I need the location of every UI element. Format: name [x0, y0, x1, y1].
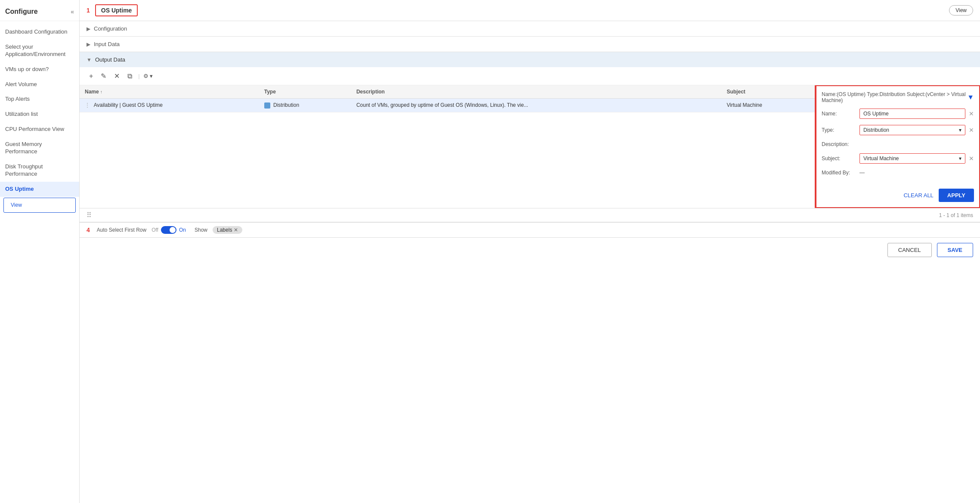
- table-row[interactable]: ⋮ Availability | Guest OS Uptime Distrib…: [80, 99, 815, 112]
- data-table: Name ↑ Type Description Subject: [80, 85, 815, 112]
- footer-bar: 4 Auto Select First Row Off On Show Labe…: [80, 222, 980, 237]
- settings-icon: ⚙: [143, 73, 148, 79]
- filter-subject-clear[interactable]: ✕: [969, 155, 974, 162]
- toolbar-separator: |: [138, 73, 139, 79]
- collapse-button[interactable]: «: [71, 8, 74, 15]
- page-header: 1 OS Uptime View: [80, 0, 980, 21]
- filter-header: Name:(OS Uptime) Type:Distribution Subje…: [822, 91, 974, 103]
- filter-name-label: Name:: [822, 111, 856, 117]
- filter-panel-outer: Name:(OS Uptime) Type:Distribution Subje…: [815, 85, 980, 208]
- copy-button[interactable]: ⧉: [125, 71, 135, 81]
- cancel-button[interactable]: CANCEL: [887, 243, 932, 257]
- table-container: Name ↑ Type Description Subject: [80, 85, 980, 208]
- sort-asc-icon: ↑: [100, 90, 102, 94]
- configuration-label: Configuration: [94, 25, 127, 32]
- sidebar-item-top-alerts[interactable]: Top Alerts: [0, 92, 79, 107]
- filter-type-clear[interactable]: ✕: [969, 127, 974, 134]
- sidebar-item-vms-up-down[interactable]: VMs up or down?: [0, 62, 79, 77]
- filter-subject-select[interactable]: Virtual Machine ▾: [859, 153, 965, 164]
- clear-all-button[interactable]: CLEAR ALL: [903, 192, 933, 199]
- sidebar-item-utilization-list[interactable]: Utilization list: [0, 107, 79, 122]
- off-label: Off: [151, 227, 158, 233]
- sidebar-item-dashboard-config[interactable]: Dashboard Configuration: [0, 25, 79, 40]
- col-type: Type: [259, 85, 351, 99]
- col-name: Name ↑: [80, 85, 259, 99]
- delete-button[interactable]: ✕: [111, 71, 122, 81]
- toolbar: + ✎ ✕ ⧉ | ⚙ ▾: [80, 67, 980, 85]
- sidebar-item-disk-throughput[interactable]: Disk Troughput Performance: [0, 159, 79, 182]
- data-table-wrap: Name ↑ Type Description Subject: [80, 85, 815, 208]
- filter-type-select[interactable]: Distribution ▾: [859, 125, 965, 135]
- edit-button[interactable]: ✎: [98, 71, 109, 81]
- sidebar-item-select-env[interactable]: Select your Application/Environment: [0, 40, 79, 62]
- distribution-icon: [264, 102, 270, 109]
- output-data-header[interactable]: ▼ Output Data: [80, 52, 980, 67]
- filter-description-row: Description:: [822, 141, 974, 147]
- output-data-section: ▼ Output Data + ✎ ✕ ⧉ | ⚙ ▾: [80, 52, 980, 222]
- sidebar-item-alert-volume[interactable]: Alert Volume: [0, 77, 79, 92]
- chevron-down-icon2: ▾: [959, 155, 961, 161]
- show-label: Show: [195, 227, 207, 233]
- main-content: 1 OS Uptime View ▶ Configuration ▶ Input…: [80, 0, 980, 503]
- resize-handle-icon[interactable]: ⠿: [87, 211, 92, 219]
- input-data-section: ▶ Input Data: [80, 37, 980, 52]
- filter-funnel-icon[interactable]: ▼: [967, 93, 974, 101]
- tag-remove-icon[interactable]: ✕: [234, 227, 238, 233]
- sidebar-item-view[interactable]: View: [3, 198, 76, 213]
- configuration-header[interactable]: ▶ Configuration: [80, 21, 980, 36]
- sidebar-item-guest-memory[interactable]: Guest Memory Performance: [0, 137, 79, 159]
- output-data-label: Output Data: [95, 56, 125, 63]
- step4-badge: 4: [87, 227, 90, 233]
- filter-name-row: Name: ✕: [822, 109, 974, 119]
- bottom-bar: ⠿ 1 - 1 of 1 items: [80, 208, 980, 222]
- sidebar-item-os-uptime[interactable]: OS Uptime: [0, 182, 79, 197]
- filter-header-text: Name:(OS Uptime) Type:Distribution Subje…: [822, 91, 967, 103]
- filter-subject-row: Subject: Virtual Machine ▾ ✕: [822, 153, 974, 164]
- sidebar-item-cpu-performance[interactable]: CPU Performance View: [0, 122, 79, 137]
- filter-type-label: Type:: [822, 127, 856, 133]
- step1-badge: 1: [87, 7, 90, 14]
- filter-type-row: Type: Distribution ▾ ✕: [822, 125, 974, 135]
- chevron-right-icon: ▶: [87, 26, 90, 32]
- filter-name-input[interactable]: [859, 109, 965, 119]
- auto-select-label: Auto Select First Row: [97, 227, 146, 233]
- filter-actions: CLEAR ALL APPLY: [822, 189, 974, 202]
- toggle-group: Off On: [151, 226, 186, 234]
- filter-name-clear[interactable]: ✕: [969, 110, 974, 117]
- cell-subject: Virtual Machine: [721, 99, 815, 112]
- auto-select-toggle[interactable]: [161, 226, 176, 234]
- chevron-down-icon: ▾: [959, 127, 961, 133]
- chevron-right-icon2: ▶: [87, 41, 90, 47]
- filter-subject-label: Subject:: [822, 155, 856, 161]
- labels-tag[interactable]: Labels ✕: [213, 226, 242, 234]
- filter-panel: Name:(OS Uptime) Type:Distribution Subje…: [816, 86, 979, 207]
- add-button[interactable]: +: [87, 71, 96, 81]
- chevron-icon: ▾: [150, 73, 153, 79]
- filter-modified-by-value: —: [859, 170, 865, 176]
- cell-type: Distribution: [259, 99, 351, 112]
- filter-modified-by-row: Modified By: —: [822, 170, 974, 176]
- filter-modified-by-label: Modified By:: [822, 170, 856, 176]
- table-header-row: Name ↑ Type Description Subject: [80, 85, 815, 99]
- sidebar: Configure « Dashboard Configuration Sele…: [0, 0, 80, 503]
- filter-description-label: Description:: [822, 141, 856, 147]
- sidebar-title: Configure: [5, 8, 38, 16]
- cell-name: ⋮ Availability | Guest OS Uptime: [80, 99, 259, 112]
- configuration-section: ▶ Configuration: [80, 21, 980, 37]
- chevron-down-icon: ▼: [87, 57, 92, 63]
- view-button[interactable]: View: [949, 5, 973, 16]
- input-data-header[interactable]: ▶ Input Data: [80, 37, 980, 52]
- drag-handle-icon: ⋮: [85, 102, 90, 108]
- sidebar-header: Configure «: [0, 4, 79, 21]
- cell-description: Count of VMs, grouped by uptime of Guest…: [351, 99, 722, 112]
- col-subject: Subject: [721, 85, 815, 99]
- save-button[interactable]: SAVE: [937, 243, 973, 257]
- col-description: Description: [351, 85, 722, 99]
- sidebar-nav: Dashboard Configuration Select your Appl…: [0, 21, 79, 214]
- on-label: On: [179, 227, 186, 233]
- page-title: OS Uptime: [95, 4, 138, 16]
- apply-button[interactable]: APPLY: [939, 189, 974, 202]
- settings-button[interactable]: ⚙ ▾: [143, 73, 153, 79]
- action-footer: CANCEL SAVE: [80, 237, 980, 262]
- pagination-info: 1 - 1 of 1 items: [939, 212, 973, 218]
